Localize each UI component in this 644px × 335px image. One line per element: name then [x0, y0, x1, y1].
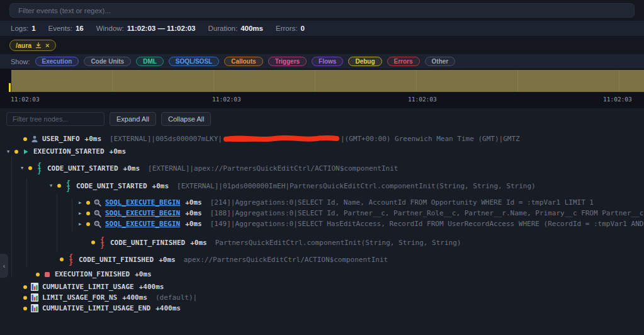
tree-row-user_info[interactable]: USER_INFO+0ms[EXTERNAL]|005ds000007mLKY|…: [13, 133, 644, 144]
timeline-tick: 11:02:03: [11, 96, 40, 103]
event-timestamp: +400ms: [122, 293, 147, 302]
event-name[interactable]: SOQL_EXECUTE_BEGIN: [105, 198, 180, 207]
aura-filter-chip[interactable]: /aura ×: [9, 40, 56, 51]
timeline-event-marker: [9, 83, 11, 92]
indent-guide: [57, 194, 57, 252]
event-filter-input[interactable]: [9, 3, 635, 18]
event-dot-icon: [60, 258, 64, 261]
event-name: EXECUTION_STARTED: [33, 147, 105, 156]
event-filter-bar: [0, 0, 644, 21]
event-dot-icon: [23, 285, 27, 289]
event-dot-icon: [86, 201, 90, 205]
collapse-arrow-icon[interactable]: ▼: [18, 166, 26, 171]
timeline-tick: 11:02:03: [408, 96, 437, 103]
sidebar-collapse-handle[interactable]: ‹: [0, 254, 8, 278]
tree-row-code_unit_finished[interactable]: {}CODE_UNIT_FINISHED+0msapex://PartnersQ…: [49, 252, 644, 267]
expand-arrow-icon[interactable]: ▶: [76, 222, 84, 227]
event-detail: [EXTERNAL]|005ds000007mLKY|: [110, 135, 222, 143]
show-pill-triggers[interactable]: Triggers: [268, 57, 307, 66]
expand-arrow-icon[interactable]: ▶: [76, 200, 84, 205]
user-icon: [30, 135, 39, 143]
event-dot-icon: [23, 296, 27, 300]
timeline-divider: [619, 70, 619, 92]
tree-row-code_unit_started[interactable]: ▼{}CODE_UNIT_STARTED+0ms[EXTERNAL]|apex:…: [18, 161, 644, 176]
show-pill-other[interactable]: Other: [425, 57, 456, 66]
show-label: Show:: [11, 58, 30, 65]
collapse-all-button[interactable]: Collapse All: [161, 112, 211, 126]
event-detail: [EXTERNAL]|01pds000000ImEH|PartnersQuick…: [177, 182, 536, 190]
show-pill-callouts[interactable]: Callouts: [224, 57, 263, 66]
filter-chip-row: /aura ×: [0, 36, 644, 54]
bar-chart-icon: [30, 304, 39, 312]
braces-open-icon: {}: [64, 180, 73, 191]
search-icon: [93, 210, 102, 217]
event-timestamp: +400ms: [155, 304, 181, 312]
chip-close-icon[interactable]: ×: [45, 42, 49, 49]
event-timestamp: +0ms: [123, 164, 140, 173]
event-timestamp: +0ms: [159, 256, 176, 264]
event-dot-icon: [36, 273, 40, 276]
event-dot-icon: [23, 307, 27, 310]
show-pill-code-units[interactable]: Code Units: [84, 57, 131, 66]
event-name: USER_INFO: [42, 135, 80, 143]
show-pill-execution[interactable]: Execution: [35, 57, 79, 66]
event-name: CODE_UNIT_STARTED: [76, 182, 147, 190]
event-detail: [EXTERNAL]|apex://PartnersQuickEditCtrl/…: [148, 164, 398, 173]
tree-row-code_unit_started[interactable]: ▼{}CODE_UNIT_STARTED+0ms[EXTERNAL]|01pds…: [47, 178, 644, 193]
bar-chart-icon: [30, 293, 39, 302]
event-name: CODE_UNIT_FINISHED: [79, 256, 154, 264]
timeline-bar[interactable]: [11, 70, 644, 92]
braces-open-icon: {}: [35, 162, 44, 174]
event-timestamp: +400ms: [139, 283, 164, 291]
expand-arrow-icon[interactable]: ▶: [76, 211, 84, 216]
play-icon: [21, 149, 30, 155]
tree-row-cumulative_limit_usage_end[interactable]: CUMULATIVE_LIMIT_USAGE_END+400ms: [13, 303, 644, 314]
tree-controls: Expand All Collapse All: [0, 108, 644, 129]
timeline[interactable]: 11:02:0311:02:0311:02:0311:02:03: [0, 69, 644, 108]
search-icon: [93, 199, 102, 207]
event-name[interactable]: SOQL_EXECUTE_BEGIN: [105, 220, 180, 228]
log-event-tree: USER_INFO+0ms[EXTERNAL]|005ds000007mLKY|…: [0, 129, 644, 335]
event-detail: |(GMT+00:00) Greenwich Mean Time (GMT)|G…: [341, 135, 520, 143]
show-pill-flows[interactable]: Flows: [312, 57, 343, 66]
tree-row-cumulative_limit_usage[interactable]: CUMULATIVE_LIMIT_USAGE+400ms: [13, 281, 644, 292]
download-icon[interactable]: [35, 42, 42, 48]
timeline-divider: [213, 70, 214, 92]
event-name: CODE_UNIT_FINISHED: [110, 239, 185, 247]
stats-bar: Logs:1 Events:16 Window:11:02:03 — 11:02…: [0, 21, 644, 36]
collapse-arrow-icon[interactable]: ▼: [47, 183, 55, 188]
show-pill-soql-sosl[interactable]: SOQL/SOSL: [169, 57, 219, 66]
tree-row-soql_execute_begin[interactable]: ▶SOQL_EXECUTE_BEGIN+0ms[149]|Aggregation…: [76, 219, 644, 229]
braces-close-icon: {}: [98, 237, 107, 248]
tree-row-execution_started[interactable]: ▼EXECUTION_STARTED+0ms: [4, 146, 644, 157]
show-filter-row: Show: ExecutionCode UnitsDMLSOQL/SOSLCal…: [0, 54, 644, 69]
stat-errors: Errors:0: [276, 25, 305, 32]
indent-guide: [26, 178, 27, 267]
event-timestamp: +0ms: [185, 209, 202, 217]
event-name[interactable]: SOQL_EXECUTE_BEGIN: [105, 209, 180, 217]
collapse-arrow-icon[interactable]: ▼: [4, 149, 13, 154]
event-detail: [149]|Aggregations:0|SELECT HasEditAcces…: [210, 220, 644, 228]
event-timestamp: +0ms: [152, 182, 169, 190]
tree-row-code_unit_finished[interactable]: {}CODE_UNIT_FINISHED+0msPartnersQuickEdi…: [81, 235, 644, 250]
event-name: CUMULATIVE_LIMIT_USAGE: [42, 283, 134, 291]
event-timestamp: +0ms: [110, 147, 127, 156]
expand-all-button[interactable]: Expand All: [110, 112, 156, 126]
tree-row-execution_finished[interactable]: EXECUTION_FINISHED+0ms: [25, 269, 644, 280]
show-pill-errors[interactable]: Errors: [387, 57, 420, 66]
timeline-divider: [315, 70, 315, 92]
tree-row-soql_execute_begin[interactable]: ▶SOQL_EXECUTE_BEGIN+0ms[214]|Aggregation…: [76, 197, 644, 208]
event-name: CUMULATIVE_LIMIT_USAGE_END: [42, 304, 150, 312]
tree-filter-input[interactable]: [6, 112, 105, 126]
timeline-divider: [416, 70, 417, 92]
timeline-tick: 11:02:03: [212, 96, 241, 103]
show-pill-dml[interactable]: DML: [136, 57, 164, 66]
event-detail: (default)|: [155, 293, 197, 302]
event-timestamp: +0ms: [185, 220, 202, 228]
event-dot-icon: [86, 222, 90, 226]
stat-window: Window:11:02:03 — 11:02:03: [96, 25, 196, 32]
show-pill-debug[interactable]: Debug: [348, 57, 381, 66]
stat-events: Events:16: [48, 25, 84, 32]
tree-row-limit_usage_for_ns[interactable]: LIMIT_USAGE_FOR_NS+400ms(default)|: [13, 292, 644, 303]
tree-row-soql_execute_begin[interactable]: ▶SOQL_EXECUTE_BEGIN+0ms[188]|Aggregation…: [76, 208, 644, 219]
